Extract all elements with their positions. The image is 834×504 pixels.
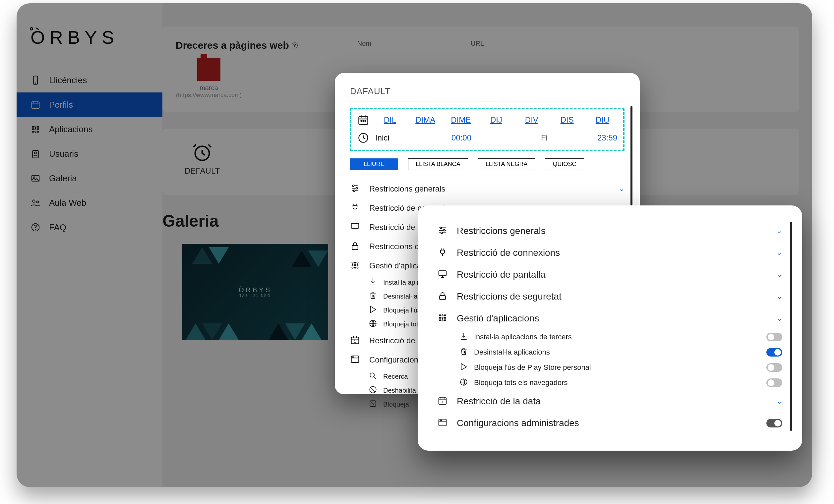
svg-rect-29: [352, 246, 358, 250]
info-icon[interactable]: ?: [292, 42, 298, 48]
end-label: Fi: [521, 133, 548, 142]
acc2-apps[interactable]: Gestió d'aplicacions⌄: [438, 307, 782, 329]
chevron-down-icon: ⌄: [776, 249, 782, 257]
svg-point-16: [32, 200, 35, 203]
sidebar-item-users[interactable]: Usuaris: [17, 141, 162, 166]
brand-logo: ÒRBYS: [17, 26, 162, 68]
svg-point-55: [444, 315, 446, 316]
sidebar-item-label: FAQ: [49, 222, 66, 233]
svg-point-21: [361, 121, 362, 122]
toggle-browsers[interactable]: [766, 379, 782, 387]
day-fri[interactable]: DIV: [517, 115, 546, 124]
svg-point-59: [440, 320, 441, 321]
day-thu[interactable]: DIJ: [482, 115, 511, 124]
chevron-down-icon: ⌄: [776, 270, 782, 279]
modal2-scrollbar[interactable]: [790, 222, 792, 431]
sub2-install: Instal·la aplicacions de tercers: [438, 329, 782, 345]
shortcut-url: (https://www.marca.com): [176, 92, 242, 99]
svg-point-53: [440, 315, 441, 316]
svg-point-5: [38, 126, 39, 128]
modal-scrollbar[interactable]: [631, 106, 633, 205]
monitor-icon: [438, 269, 448, 280]
default-profile-tile[interactable]: DEFAULT: [176, 142, 229, 176]
calendar-one-icon: 1: [350, 335, 361, 346]
sidebar-item-profiles[interactable]: Perfils: [17, 92, 162, 117]
schedule-box: DIL DIMA DIME DIJ DIV DIS DIU Inici 00:0…: [350, 108, 624, 151]
shortcut-m-icon: [197, 58, 220, 81]
ban-icon: [369, 385, 377, 395]
gallery-thumbnail[interactable]: ÒRBYSTAB #21 NEO: [182, 244, 328, 340]
svg-point-43: [352, 357, 353, 357]
acc2-security[interactable]: Restriccions de seguretat⌄: [438, 285, 782, 307]
day-sun[interactable]: DIU: [588, 115, 617, 124]
brand-text: ÒRBYS: [30, 27, 119, 48]
toggle-install[interactable]: [766, 333, 782, 341]
svg-point-8: [38, 129, 39, 130]
end-time-input[interactable]: 23:59: [597, 133, 617, 142]
toggle-uninstall[interactable]: [766, 348, 782, 357]
svg-point-26: [356, 187, 358, 189]
acc2-date[interactable]: 1Restricció de la data⌄: [438, 390, 782, 412]
sidebar-item-aulaweb[interactable]: Aula Web: [17, 190, 162, 215]
svg-rect-28: [351, 223, 359, 228]
svg-point-61: [444, 320, 446, 321]
acc-general[interactable]: Restriccions generals⌄: [350, 179, 624, 199]
svg-point-7: [35, 129, 36, 130]
shortcuts-title: Dreceres a pàgines web?: [176, 40, 298, 51]
sub2-playstore: Bloqueja l'ús de Play Store personal: [438, 360, 782, 375]
start-time-input[interactable]: 00:00: [452, 133, 471, 142]
mode-whitelist-button[interactable]: LLISTA BLANCA: [408, 158, 468, 170]
toggle-managed[interactable]: [766, 419, 782, 428]
alarm-icon: [192, 142, 213, 163]
acc2-connections[interactable]: Restricció de connexions⌄: [438, 242, 782, 264]
phone-icon: [30, 74, 41, 86]
day-tue[interactable]: DIMA: [411, 115, 440, 124]
acc2-managed[interactable]: Configuracions administrades: [438, 412, 782, 434]
shortcut-tile[interactable]: marca (https://www.marca.com): [176, 58, 242, 99]
plug-icon: [350, 203, 361, 214]
sidebar-item-apps[interactable]: Aplicacions: [17, 117, 162, 141]
day-wed[interactable]: DIME: [446, 115, 476, 124]
svg-point-36: [352, 267, 353, 268]
mode-row: LLIURE LLISTA BLANCA LLISTA NEGRA QUIOSC: [350, 158, 624, 170]
calendar-day-icon: [357, 114, 369, 126]
browser-icon: [438, 417, 448, 429]
sidebar-item-gallery[interactable]: Galeria: [17, 166, 162, 190]
download-icon: [459, 332, 468, 342]
svg-point-25: [353, 185, 354, 187]
play-icon: [459, 363, 468, 372]
sidebar: ÒRBYS Llicències Perfils Aplicacions Usu…: [17, 3, 162, 487]
sidebar-item-faq[interactable]: FAQ: [17, 215, 162, 239]
chevron-down-icon: ⌄: [776, 292, 782, 301]
day-mon[interactable]: DIL: [375, 115, 405, 124]
svg-point-54: [442, 315, 443, 316]
svg-point-37: [354, 267, 356, 268]
toggle-playstore[interactable]: [766, 363, 782, 372]
gallery-stamp: ÒRBYSTAB #21 NEO: [239, 286, 272, 298]
svg-point-45: [370, 373, 374, 377]
sub2-browsers: Bloqueja tots els navegadors: [438, 375, 782, 390]
svg-rect-52: [440, 296, 445, 300]
apps-grid-icon: [438, 313, 448, 324]
field-name-label: Nom: [357, 40, 371, 47]
sub2-uninstall: Desinstal·la aplicacions: [438, 345, 782, 360]
chevron-down-icon: ⌄: [776, 227, 782, 235]
svg-point-58: [444, 317, 446, 318]
lock-icon: [438, 291, 448, 302]
sidebar-item-label: Usuaris: [49, 149, 78, 159]
mode-blacklist-button[interactable]: LLISTA NEGRA: [478, 158, 535, 170]
sidebar-item-licenses[interactable]: Llicències: [17, 68, 162, 92]
svg-point-35: [357, 265, 358, 266]
day-sat[interactable]: DIS: [552, 115, 582, 124]
svg-point-3: [32, 126, 34, 128]
svg-point-66: [440, 420, 441, 420]
trash-icon: [369, 291, 377, 301]
mode-free-button[interactable]: LLIURE: [350, 158, 398, 170]
acc2-general[interactable]: Restriccions generals⌄: [438, 220, 782, 242]
calendar-one-icon: 1: [438, 396, 448, 407]
calendar-icon: [30, 99, 41, 110]
svg-point-23: [365, 121, 366, 122]
mode-kiosk-button[interactable]: QUIOSC: [545, 158, 584, 170]
svg-point-48: [440, 227, 442, 229]
acc2-screen[interactable]: Restricció de pantalla⌄: [438, 264, 782, 285]
